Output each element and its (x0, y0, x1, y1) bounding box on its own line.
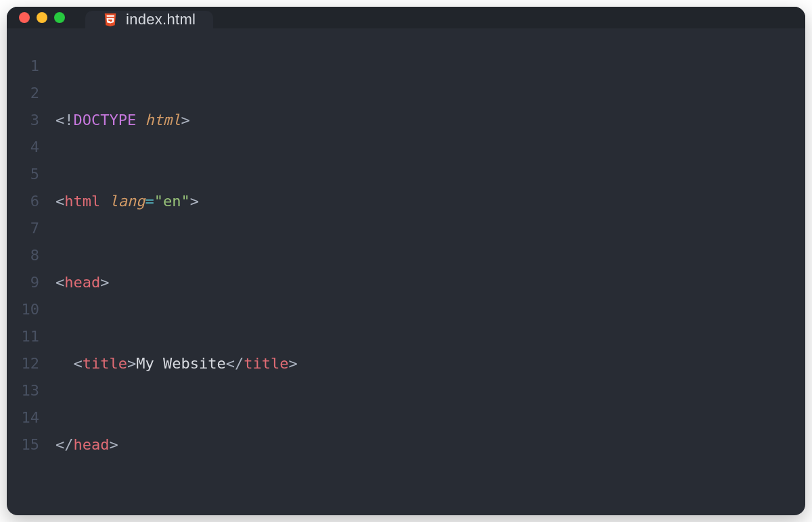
code-line[interactable]: <!DOCTYPE html> (51, 107, 805, 134)
line-number: 9 (7, 269, 51, 296)
editor-window: index.html 1 2 3 4 5 6 7 8 9 10 11 12 13… (7, 7, 805, 515)
line-number: 2 (7, 80, 51, 107)
line-number: 6 (7, 188, 51, 215)
line-number: 11 (7, 323, 51, 350)
titlebar: index.html (7, 7, 805, 28)
code-editor[interactable]: 1 2 3 4 5 6 7 8 9 10 11 12 13 14 15 <!DO… (7, 28, 805, 515)
line-number: 15 (7, 431, 51, 458)
line-number: 3 (7, 107, 51, 134)
code-line[interactable]: <html lang="en"> (51, 188, 805, 215)
close-icon[interactable] (19, 12, 30, 23)
code-line[interactable]: </head> (51, 431, 805, 458)
maximize-icon[interactable] (54, 12, 65, 23)
line-number: 10 (7, 296, 51, 323)
line-number: 12 (7, 350, 51, 377)
line-number: 8 (7, 242, 51, 269)
tab-bar: index.html (85, 7, 213, 28)
code-line[interactable]: <body> (51, 513, 805, 515)
line-number: 7 (7, 215, 51, 242)
html5-icon (103, 12, 118, 27)
line-number: 14 (7, 404, 51, 431)
line-number: 1 (7, 53, 51, 80)
line-number: 13 (7, 377, 51, 404)
code-area[interactable]: <!DOCTYPE html> <html lang="en"> <head> … (51, 53, 805, 515)
minimize-icon[interactable] (37, 12, 47, 23)
line-number-gutter: 1 2 3 4 5 6 7 8 9 10 11 12 13 14 15 (7, 53, 51, 515)
code-line[interactable]: <head> (51, 269, 805, 296)
line-number: 4 (7, 134, 51, 161)
window-controls (19, 12, 65, 23)
tab-index-html[interactable]: index.html (85, 11, 213, 28)
code-line[interactable]: <title>My Website</title> (51, 350, 805, 377)
line-number: 5 (7, 161, 51, 188)
tab-label: index.html (126, 11, 196, 28)
